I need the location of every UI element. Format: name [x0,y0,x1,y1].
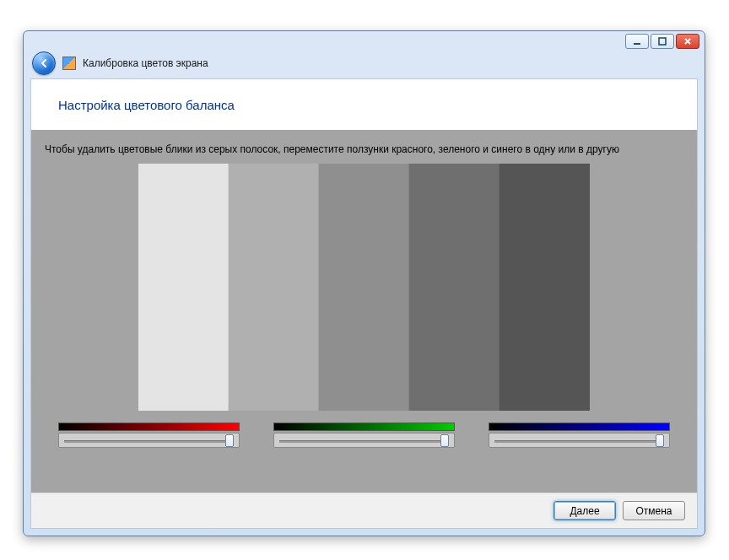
blue-slider-group [489,423,670,448]
gray-bars [138,164,590,411]
gray-bar [500,164,590,411]
app-icon [62,57,76,70]
close-button[interactable] [676,34,699,49]
arrow-left-icon [38,57,50,69]
sliders-row [45,423,683,448]
gray-bar [409,164,500,411]
slider-rail [494,440,664,443]
blue-slider-thumb[interactable] [656,434,664,447]
page-heading: Настройка цветового баланса [31,79,697,126]
window-title: Калибровка цветов экрана [83,57,208,69]
gray-bars-wrap [45,164,683,411]
wizard-content: Настройка цветового баланса Чтобы удалит… [30,78,698,529]
gray-bar [138,164,229,411]
blue-gradient [489,423,670,431]
maximize-button[interactable] [651,34,674,49]
red-gradient [58,423,240,431]
window-controls [625,34,699,49]
red-slider-group [58,423,240,448]
slider-rail [279,440,449,443]
cancel-button[interactable]: Отмена [623,501,685,520]
instruction-text: Чтобы удалить цветовые блики из серых по… [45,143,683,155]
red-slider-thumb[interactable] [225,434,234,447]
green-slider-group [273,423,455,448]
green-gradient [273,423,455,431]
slider-rail [64,440,234,443]
red-slider[interactable] [58,433,240,448]
next-button[interactable]: Далее [554,501,616,520]
wizard-footer: Далее Отмена [31,493,697,528]
green-slider-thumb[interactable] [440,434,449,447]
wizard-window: Калибровка цветов экрана Настройка цвето… [23,30,705,536]
nav-row: Калибровка цветов экрана [24,51,705,80]
gray-bar [229,164,319,411]
minimize-button[interactable] [625,34,649,49]
calibration-area: Чтобы удалить цветовые блики из серых по… [31,130,697,493]
titlebar [24,31,705,51]
back-button[interactable] [32,51,56,75]
svg-rect-1 [659,38,666,45]
gray-bar [319,164,409,411]
green-slider[interactable] [273,433,455,448]
svg-rect-0 [634,43,640,45]
blue-slider[interactable] [489,433,670,448]
